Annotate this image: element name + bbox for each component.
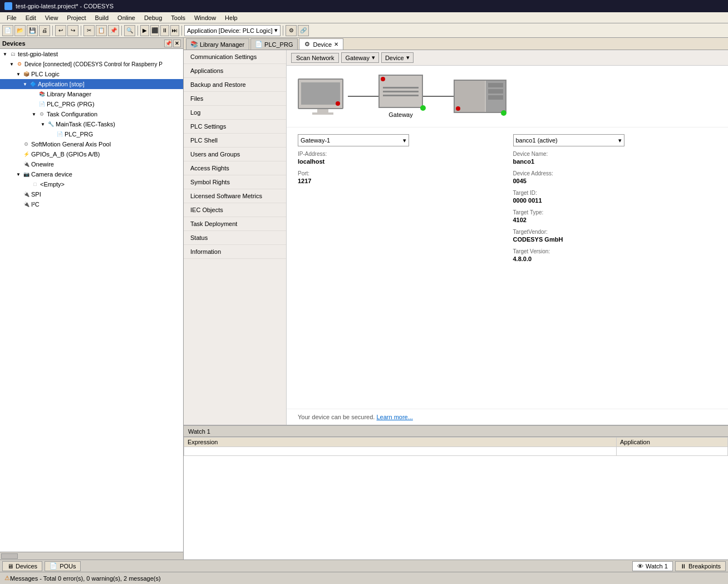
menu-window[interactable]: Window (190, 12, 220, 23)
tree-hscroll[interactable] (0, 552, 183, 560)
menu-apps[interactable]: Applications (184, 64, 286, 78)
undo-btn[interactable]: ↩ (55, 25, 66, 36)
tree-item-libmgr[interactable]: ▶ 📚 Library Manager (0, 89, 183, 99)
tree-item-device[interactable]: ▼ ⚙ Device [connected] (CODESYS Control … (0, 59, 183, 69)
menu-build[interactable]: Build (91, 12, 113, 23)
bottom-tab-pous[interactable]: 📄 POUs (45, 561, 81, 571)
icon-plcprg: 📄 (38, 100, 46, 108)
tree-item-taskconf[interactable]: ▼ ⚙ Task Configuration (0, 109, 183, 119)
close-panel-btn[interactable]: ✕ (173, 40, 181, 47)
menu-users[interactable]: Users and Groups (184, 148, 286, 161)
menu-symbol[interactable]: Symbol Rights (184, 175, 286, 189)
device-dropdown-btn[interactable]: Device ▾ (381, 52, 414, 63)
tree-item-root[interactable]: ▼ 🗂 test-gpio-latest (0, 49, 183, 59)
copy-btn[interactable]: 📋 (96, 25, 107, 36)
tree-item-onewire[interactable]: ▶ 🔌 Onewire (0, 159, 183, 169)
cut-btn[interactable]: ✂ (83, 25, 95, 36)
menu-log[interactable]: Log (184, 106, 286, 120)
tab-libmgr[interactable]: 📚 Library Manager (186, 38, 249, 50)
device-address-value: 0045 (513, 178, 717, 184)
menu-plcshell[interactable]: PLC Shell (184, 134, 286, 148)
tree-item-camera[interactable]: ▼ 📷 Camera device (0, 169, 183, 179)
gw-line1 (383, 87, 419, 89)
tab-device[interactable]: ⚙ Device ✕ (299, 38, 343, 50)
tab-device-close[interactable]: ✕ (334, 41, 338, 47)
menu-access[interactable]: Access Rights (184, 161, 286, 175)
app-dropdown[interactable]: Application [Device: PLC Logic] ▾ (184, 25, 281, 36)
tree-item-spi[interactable]: ▶ 🔌 SPI (0, 189, 183, 199)
menu-licensed[interactable]: Licensed Software Metrics (184, 189, 286, 203)
search-btn[interactable]: 🔍 (124, 25, 135, 36)
tab-libmgr-label: Library Manager (200, 41, 244, 48)
bottom-tab-breakpoints[interactable]: ⏸ Breakpoints (675, 561, 726, 571)
paste-btn[interactable]: 📌 (108, 25, 119, 36)
icon-spi: 🔌 (22, 190, 30, 198)
tree-item-app[interactable]: ▼ 🔷 Application [stop] (0, 79, 183, 89)
target-version-group: Target Version: 4.8.0.0 (513, 248, 717, 262)
menu-iec[interactable]: IEC Objects (184, 203, 286, 217)
menu-file[interactable]: File (2, 12, 21, 23)
tree-item-plclogic[interactable]: ▼ 📦 PLC Logic (0, 69, 183, 79)
scan-network-btn[interactable]: Scan Network (291, 53, 339, 63)
plc-main (455, 81, 485, 112)
tab-plcprg[interactable]: 📄 PLC_PRG (250, 38, 298, 50)
menu-files[interactable]: Files (184, 92, 286, 106)
title-text: test-gpio-latest.project* - CODESYS (16, 3, 114, 9)
gateway-box (378, 75, 423, 108)
left-panel: Devices 📌 ✕ ▼ 🗂 test-gpio-latest ▼ ⚙ Dev… (0, 38, 184, 560)
tree-item-i2c[interactable]: ▶ 🔌 I²C (0, 199, 183, 209)
menu-backup[interactable]: Backup and Restore (184, 78, 286, 92)
menu-edit[interactable]: Edit (21, 12, 41, 23)
target-vendor-value: CODESYS GmbH (513, 236, 717, 243)
gateway-visual (378, 75, 423, 108)
menu-debug[interactable]: Debug (140, 12, 166, 23)
menu-plcsettings[interactable]: PLC Settings (184, 120, 286, 134)
open-btn[interactable]: 📂 (14, 25, 26, 36)
icon-maintask: 🔧 (47, 120, 55, 128)
port-value: 1217 (298, 178, 502, 184)
left-menu: Communication Settings Applications Back… (184, 50, 287, 425)
icon-camera: 📷 (22, 170, 30, 178)
tree-item-plcprg2[interactable]: ▶ 📄 PLC_PRG (0, 129, 183, 139)
t3[interactable]: ⏸ (160, 25, 169, 36)
hscroll-thumb[interactable] (1, 553, 18, 559)
tree-item-maintask[interactable]: ▼ 🔧 MainTask (IEC-Tasks) (0, 119, 183, 129)
bottom-tab-watch1[interactable]: 👁 Watch 1 (632, 561, 673, 571)
tree-item-gpios[interactable]: ▶ ⚡ GPIOs_A_B (GPIOs A/B) (0, 149, 183, 159)
gateway-diagram-item: Gateway (378, 75, 423, 118)
menu-taskdeploy[interactable]: Task Deployment (184, 217, 286, 231)
security-message: Your device can be secured. Learn more..… (287, 409, 728, 425)
app-dropdown-arrow: ▾ (274, 27, 278, 34)
menu-view[interactable]: View (41, 12, 63, 23)
new-btn[interactable]: 📄 (2, 25, 13, 36)
menu-help[interactable]: Help (220, 12, 242, 23)
redo-btn[interactable]: ↪ (67, 25, 78, 36)
menu-tools[interactable]: Tools (166, 12, 190, 23)
bottom-tab-devices[interactable]: 🖥 Devices (2, 561, 42, 571)
arrow-device: ▼ (9, 62, 14, 67)
menu-online[interactable]: Online (113, 12, 140, 23)
device-select[interactable]: banco1 (active) ▾ (513, 134, 624, 146)
tree-item-plcprg[interactable]: ▶ 📄 PLC_PRG (PRG) (0, 99, 183, 109)
pin-btn[interactable]: 📌 (164, 40, 172, 47)
t1[interactable]: ▶ (140, 25, 149, 36)
icon-plcprg2: 📄 (56, 130, 63, 138)
print-btn[interactable]: 🖨 (39, 25, 50, 36)
label-i2c: I²C (31, 201, 40, 208)
menu-info[interactable]: Information (184, 245, 286, 259)
tree-item-empty[interactable]: ▶ □ <Empty> (0, 179, 183, 189)
learn-more-link[interactable]: Learn more... (376, 414, 412, 420)
tree-item-softmotion[interactable]: ▶ ⚙ SoftMotion General Axis Pool (0, 139, 183, 149)
save-btn[interactable]: 💾 (27, 25, 38, 36)
menu-project[interactable]: Project (62, 12, 90, 23)
gateway-dropdown-btn[interactable]: Gateway ▾ (341, 52, 378, 63)
t4[interactable]: ⏭ (170, 25, 179, 36)
pous-tab-label: POUs (60, 563, 76, 570)
menu-status[interactable]: Status (184, 231, 286, 245)
tb2[interactable]: 🔗 (298, 25, 309, 36)
gateway-select[interactable]: Gateway-1 ▾ (298, 134, 409, 146)
gateway-text: Gateway (388, 111, 412, 118)
menu-comm[interactable]: Communication Settings (184, 50, 286, 64)
t2[interactable]: ⬛ (150, 25, 159, 36)
tb1[interactable]: ⚙ (286, 25, 297, 36)
